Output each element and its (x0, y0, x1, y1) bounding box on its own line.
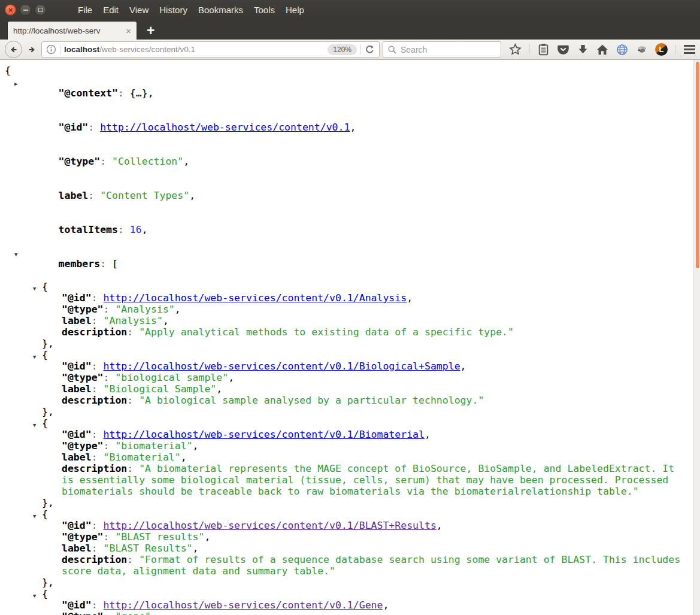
member-label-row: label: "Analysis", (5, 315, 683, 326)
json-key: "@type" (62, 611, 104, 615)
url-host: localhost (64, 45, 99, 54)
member-open-row: ▼{ (5, 588, 683, 599)
url-path: /web-services/content/v0.1 (99, 45, 195, 54)
json-viewer: { ▶"@context": {…}, "@id": http://localh… (0, 60, 692, 615)
menu-help[interactable]: Help (280, 5, 310, 15)
page-content: { ▶"@context": {…}, "@id": http://localh… (0, 60, 700, 615)
json-string: "BLAST Results" (104, 543, 193, 554)
bookmarks-list-button[interactable] (538, 43, 549, 56)
json-key: description (62, 395, 127, 406)
bookmark-star-button[interactable] (509, 43, 522, 56)
tab-title: http://localhost/web-serv (13, 26, 122, 35)
json-key: "@id" (62, 429, 92, 440)
forward-button[interactable] (25, 41, 38, 58)
l-extension-button[interactable]: L (655, 43, 668, 56)
json-key: "@context" (59, 87, 118, 99)
fly-extension-button[interactable] (636, 44, 647, 55)
menu-file[interactable]: File (72, 5, 98, 15)
globe-extension-button[interactable] (616, 44, 628, 56)
url-text[interactable]: localhost/web-services/content/v0.1 (64, 45, 195, 54)
menu-tools[interactable]: Tools (249, 5, 280, 15)
scrollbar-track[interactable] (693, 60, 700, 615)
member-type-row: "@type": "biomaterial", (5, 440, 683, 452)
json-key: "@type" (62, 304, 104, 315)
menu-edit[interactable]: Edit (98, 5, 124, 15)
member-id-link[interactable]: http://localhost/web-services/content/v0… (104, 599, 383, 611)
member-id-row: "@id": http://localhost/web-services/con… (5, 520, 683, 531)
member-close-row: }, (5, 406, 683, 417)
member-close-row: }, (5, 497, 683, 508)
root-label-row: label: "Content Types", (5, 178, 683, 213)
window-minimize-button[interactable] (20, 4, 31, 16)
json-key: "@id" (62, 520, 92, 531)
hamburger-icon (684, 45, 695, 47)
search-icon (387, 45, 397, 54)
member-id-link[interactable]: http://localhost/web-services/content/v0… (104, 360, 460, 372)
url-bar[interactable]: localhost/web-services/content/v0.1 120% (41, 41, 380, 57)
collapse-icon[interactable]: ▼ (14, 249, 17, 260)
reload-button[interactable] (365, 44, 375, 54)
member-id-link[interactable]: http://localhost/web-services/content/v0… (104, 292, 407, 304)
urlbar-separator-2 (360, 44, 361, 54)
json-string: "Biomaterial" (104, 452, 181, 463)
search-input[interactable] (401, 45, 478, 54)
member-label-row: label: "Biomaterial", (5, 452, 683, 463)
window-maximize-icon (38, 8, 43, 12)
window-maximize-button[interactable] (35, 4, 46, 16)
member-close-row: }, (5, 577, 683, 588)
root-id-row: "@id": http://localhost/web-services/con… (5, 110, 683, 144)
search-box[interactable] (383, 41, 501, 57)
member-id-row: "@id": http://localhost/web-services/con… (5, 599, 683, 611)
browser-tab[interactable]: http://localhost/web-serv × (7, 21, 137, 40)
window-menubar: × File Edit View History Bookmarks Tools… (0, 0, 700, 20)
expand-icon[interactable]: ▶ (14, 78, 17, 90)
member-type-row: "@type": "Analysis", (5, 304, 683, 315)
json-key: label (62, 452, 92, 463)
pocket-button[interactable] (557, 43, 569, 56)
back-arrow-icon (9, 45, 19, 54)
toolbar-separator-2 (675, 44, 676, 54)
member-open-row: ▼{ (5, 349, 683, 360)
scrollbar-thumb[interactable] (696, 62, 699, 268)
member-type-row: "@type": "biological sample", (5, 372, 683, 383)
member-open-row: ▼{ (5, 508, 683, 520)
json-key: label (59, 190, 89, 201)
back-button[interactable] (5, 41, 22, 58)
member-id-row: "@id": http://localhost/web-services/con… (5, 292, 683, 304)
json-string: "biological sample" (115, 372, 228, 383)
member-id-link[interactable]: http://localhost/web-services/content/v0… (104, 429, 425, 440)
json-key: "@type" (62, 531, 104, 543)
menu-list: File Edit View History Bookmarks Tools H… (72, 5, 310, 15)
collapsed-object[interactable]: {…} (130, 87, 148, 99)
member-description-row: description: "A biological sample analys… (5, 395, 683, 406)
window-close-button[interactable]: × (5, 4, 16, 16)
menu-history[interactable]: History (154, 5, 193, 15)
member-open-row: ▼{ (5, 417, 683, 429)
json-string: "Analysis" (115, 304, 174, 315)
json-key: "@id" (62, 360, 92, 372)
member-id-row: "@id": http://localhost/web-services/con… (5, 429, 683, 440)
root-id-link[interactable]: http://localhost/web-services/content/v0… (100, 122, 350, 133)
menu-bookmarks[interactable]: Bookmarks (193, 5, 249, 15)
zoom-level-badge[interactable]: 120% (328, 44, 357, 55)
new-tab-button[interactable]: + (147, 24, 154, 38)
tab-bar: http://localhost/web-serv × + (0, 20, 700, 40)
member-description-row: description: "A biomaterial represents t… (5, 463, 683, 497)
member-close-row: }, (5, 338, 683, 349)
menu-view[interactable]: View (124, 5, 154, 15)
window-minimize-icon (23, 10, 28, 11)
json-number: 16 (130, 224, 142, 235)
json-string: "Content Types" (100, 190, 189, 201)
root-type-row: "@type": "Collection", (5, 144, 683, 178)
json-key: "@type" (62, 372, 104, 383)
json-string: "biomaterial" (115, 440, 192, 452)
member-id-link[interactable]: http://localhost/web-services/content/v0… (104, 520, 437, 531)
download-button[interactable] (577, 44, 589, 55)
page-info-icon[interactable] (46, 44, 56, 54)
home-button[interactable] (596, 44, 608, 56)
menu-button[interactable] (684, 44, 695, 55)
tab-close-button[interactable]: × (122, 26, 131, 36)
json-key: label (62, 383, 92, 395)
json-string: "Format of results of a sequence databas… (62, 554, 686, 577)
json-string: "Apply analytical methods to existing da… (139, 326, 514, 338)
